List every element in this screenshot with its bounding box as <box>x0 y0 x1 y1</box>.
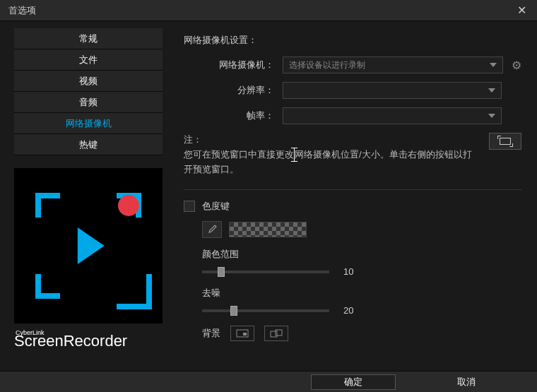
color-range-slider[interactable] <box>202 271 329 273</box>
eyedropper-button[interactable] <box>202 221 222 238</box>
resolution-label: 分辨率： <box>184 84 283 97</box>
framerate-label: 帧率： <box>184 109 283 122</box>
record-dot-icon <box>118 195 139 216</box>
svg-rect-1 <box>243 333 247 335</box>
framerate-select[interactable] <box>283 107 502 124</box>
cancel-button[interactable]: 取消 <box>424 374 509 390</box>
eyedropper-icon <box>207 225 217 234</box>
product-logo <box>14 168 163 323</box>
close-icon[interactable]: ✕ <box>514 4 529 17</box>
nav-item-video[interactable]: 视频 <box>14 71 163 92</box>
nav-list: 常规 文件 视频 音频 网络摄像机 热键 <box>14 28 163 155</box>
svg-rect-3 <box>276 330 282 335</box>
nav-item-audio[interactable]: 音频 <box>14 92 163 113</box>
webcam-select[interactable]: 选择设备以进行录制 <box>283 57 503 73</box>
chevron-down-icon <box>488 114 495 118</box>
bg-option-image[interactable] <box>264 326 288 341</box>
webcam-label: 网络摄像机： <box>184 59 283 71</box>
fullscreen-icon <box>500 138 511 145</box>
nav-item-webcam[interactable]: 网络摄像机 <box>14 113 163 134</box>
chevron-down-icon <box>490 63 497 67</box>
denoise-value: 20 <box>343 305 353 316</box>
titlebar: 首选项 ✕ <box>0 0 537 21</box>
play-icon <box>78 227 105 264</box>
color-swatch[interactable] <box>229 222 307 237</box>
content: 常规 文件 视频 音频 网络摄像机 热键 CyberLink ScreenRec… <box>0 21 537 371</box>
window-title: 首选项 <box>8 4 36 17</box>
settings-panel: 网络摄像机设置： 网络摄像机： 选择设备以进行录制 ⚙ 分辨率： 帧率： <box>177 21 537 371</box>
chroma-checkbox[interactable] <box>184 201 195 212</box>
sidebar: 常规 文件 视频 音频 网络摄像机 热键 CyberLink ScreenRec… <box>0 21 177 371</box>
bg-option-solid[interactable] <box>230 326 254 341</box>
nav-item-hotkey[interactable]: 热键 <box>14 134 163 155</box>
background-label: 背景 <box>202 327 220 340</box>
gear-icon[interactable]: ⚙ <box>512 59 521 72</box>
nav-item-file[interactable]: 文件 <box>14 49 163 71</box>
divider <box>184 189 521 190</box>
preview-button[interactable] <box>489 133 521 150</box>
resolution-select[interactable] <box>283 82 502 99</box>
denoise-label: 去噪 <box>202 287 521 299</box>
ok-button[interactable]: 确定 <box>311 374 396 390</box>
chroma-label: 色度键 <box>202 200 230 213</box>
nav-item-general[interactable]: 常规 <box>14 28 163 49</box>
color-range-label: 颜色范围 <box>202 248 521 261</box>
note-text: 注： 您可在预览窗口中直接更改网络摄像机位置/大小。单击右侧的按钮以打开预览窗口… <box>184 133 480 177</box>
footer: 确定 取消 <box>0 371 537 392</box>
product-name: CyberLink ScreenRecorder <box>14 329 163 350</box>
svg-rect-2 <box>271 331 277 337</box>
denoise-slider[interactable] <box>202 309 329 312</box>
section-title: 网络摄像机设置： <box>184 34 521 47</box>
chevron-down-icon <box>488 88 495 93</box>
color-range-value: 10 <box>343 266 353 277</box>
